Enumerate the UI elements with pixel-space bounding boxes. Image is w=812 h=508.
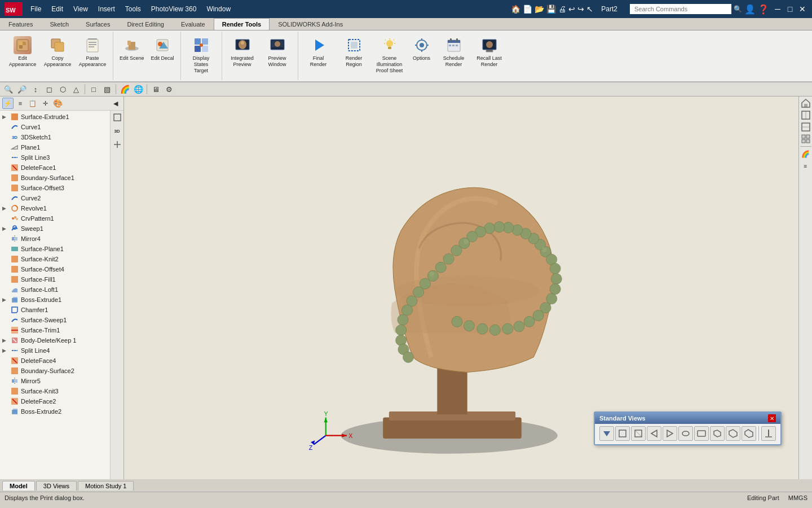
menu-tools[interactable]: Tools	[121, 3, 145, 15]
tree-item-surface-offset4[interactable]: Surface-Offset4	[0, 264, 110, 274]
quick-access-undo[interactable]: ↩	[568, 5, 575, 14]
view-btn-6[interactable]: △	[70, 83, 82, 95]
menu-file[interactable]: File	[26, 3, 46, 15]
panel-btn-list[interactable]: ≡	[15, 98, 26, 109]
right-btn-home[interactable]	[800, 98, 811, 109]
tree-item-crvpattern1[interactable]: CrvPattern1	[0, 213, 110, 224]
search-input[interactable]	[630, 4, 731, 14]
right-btn-settings[interactable]: ≡	[800, 160, 811, 172]
view-btn-display[interactable]: □	[87, 83, 100, 95]
copy-appearance-button[interactable]: Copy Appearance	[41, 34, 74, 70]
panel-right-btn-1[interactable]	[112, 112, 123, 123]
panel-right-btn-2[interactable]	[112, 139, 123, 150]
view-btn-4[interactable]: ◻	[43, 83, 55, 95]
tree-item-plane1[interactable]: Plane1	[0, 142, 110, 152]
options-button[interactable]: Options	[408, 34, 435, 64]
tab-solidworks-addins[interactable]: SOLIDWORKS Add-Ins	[270, 18, 351, 30]
edit-scene-button[interactable]: Edit Scene	[117, 34, 147, 64]
recall-last-render-button[interactable]: Recall Last Render	[473, 34, 506, 70]
tab-direct-editing[interactable]: Direct Editing	[118, 18, 172, 30]
tab-motion-study[interactable]: Motion Study 1	[78, 481, 134, 491]
tab-features[interactable]: Features	[0, 18, 41, 30]
tree-item-3dsketch1[interactable]: 3D 3DSketch1	[0, 132, 110, 142]
tree-item-surface-loft1[interactable]: Surface-Loft1	[0, 284, 110, 295]
tab-model[interactable]: Model	[2, 481, 35, 491]
final-render-button[interactable]: Final Render	[302, 34, 336, 70]
menu-edit[interactable]: Edit	[47, 3, 68, 15]
tree-item-surface-fill1[interactable]: Surface-Fill1	[0, 274, 110, 284]
panel-right-btn-3d[interactable]: 3D	[112, 125, 123, 137]
tree-item-boss-extrude2[interactable]: Boss-Extrude2	[0, 406, 110, 417]
tab-sketch[interactable]: Sketch	[41, 18, 77, 30]
tab-evaluate[interactable]: Evaluate	[173, 18, 214, 30]
tree-item-curve1[interactable]: Curve1	[0, 122, 110, 132]
standard-views-close-button[interactable]: ✕	[768, 414, 776, 422]
panel-btn-add[interactable]: ✛	[39, 98, 51, 109]
tree-item-surface-trim1[interactable]: Surface-Trim1	[0, 325, 110, 335]
tree-item-surface-knit3[interactable]: Surface-Knit3	[0, 386, 110, 396]
tree-item-split-line3[interactable]: Split Line3	[0, 152, 110, 163]
tab-render-tools[interactable]: Render Tools	[214, 18, 270, 30]
view-btn-3[interactable]: ↕	[29, 83, 42, 95]
preview-window-button[interactable]: Preview Window	[261, 34, 294, 70]
tree-item-boundary-surface1[interactable]: Boundary-Surface1	[0, 173, 110, 183]
panel-btn-color[interactable]: 🎨	[52, 98, 63, 109]
sv-btn-top[interactable]	[678, 426, 693, 441]
sv-btn-back[interactable]	[631, 426, 646, 441]
sv-btn-down[interactable]	[599, 426, 614, 441]
tree-item-curve2[interactable]: Curve2	[0, 193, 110, 203]
maximize-button[interactable]: □	[785, 4, 795, 14]
sv-btn-normal[interactable]	[761, 426, 776, 441]
quick-access-print[interactable]: 🖨	[558, 5, 566, 14]
paste-appearance-button[interactable]: Paste Appearance	[76, 34, 109, 70]
menu-photoview[interactable]: PhotoView 360	[147, 3, 201, 15]
right-btn-view3[interactable]	[800, 133, 811, 144]
sv-btn-trimetric[interactable]	[742, 426, 756, 441]
sv-btn-right[interactable]	[663, 426, 677, 441]
edit-appearance-button[interactable]: Edit Appearance	[6, 34, 39, 70]
edit-decal-button[interactable]: Edit Decal	[148, 34, 177, 64]
view-btn-monitor[interactable]: 🖥	[149, 83, 162, 95]
sv-btn-iso[interactable]	[710, 426, 725, 441]
integrated-preview-button[interactable]: Integrated Preview	[226, 34, 259, 70]
view-btn-1[interactable]: 🔍	[2, 83, 15, 95]
panel-btn-properties[interactable]: 📋	[27, 98, 38, 109]
tree-item-deleteface4[interactable]: DeleteFace4	[0, 356, 110, 366]
quick-access-save[interactable]: 💾	[546, 5, 556, 14]
tree-item-surface-offset3[interactable]: Surface-Offset3	[0, 183, 110, 193]
sv-btn-front[interactable]	[615, 426, 630, 441]
menu-window[interactable]: Window	[202, 3, 235, 15]
tree-item-boss-extrude1[interactable]: ▶ Boss-Extrude1	[0, 295, 110, 305]
view-btn-section[interactable]: ▧	[101, 83, 113, 95]
menu-insert[interactable]: Insert	[94, 3, 120, 15]
tree-item-boundary-surface2[interactable]: Boundary-Surface2	[0, 366, 110, 376]
quick-access-home[interactable]: 🏠	[511, 5, 520, 14]
help-icon[interactable]: ❓	[758, 4, 769, 15]
quick-access-open[interactable]: 📂	[535, 5, 544, 14]
tree-item-chamfer1[interactable]: Chamfer1	[0, 305, 110, 315]
view-btn-settings[interactable]: ⚙	[163, 83, 175, 95]
tree-item-surface-extrude1[interactable]: ▶ Surface-Extrude1	[0, 112, 110, 122]
tree-item-surface-plane1[interactable]: Surface-Plane1	[0, 244, 110, 254]
render-region-button[interactable]: Render Region	[337, 34, 371, 70]
scene-illumination-button[interactable]: Scene Illumination Proof Sheet	[373, 34, 407, 76]
close-button[interactable]: ✕	[797, 4, 807, 14]
schedule-render-button[interactable]: Schedule Render	[437, 34, 471, 70]
view-btn-5[interactable]: ⬡	[56, 83, 69, 95]
sv-btn-dimetric[interactable]	[726, 426, 740, 441]
right-btn-view2[interactable]	[800, 121, 811, 133]
tree-item-surface-sweep1[interactable]: Surface-Sweep1	[0, 315, 110, 325]
right-btn-view1[interactable]	[800, 110, 811, 121]
tree-item-revolve1[interactable]: ▶ Revolve1	[0, 203, 110, 213]
tab-surfaces[interactable]: Surfaces	[77, 18, 118, 30]
tree-item-deleteface2[interactable]: DeleteFace2	[0, 396, 110, 406]
tree-item-deleteface1[interactable]: DeleteFace1	[0, 163, 110, 173]
minimize-button[interactable]: ─	[773, 4, 783, 14]
quick-access-pointer[interactable]: ↖	[586, 5, 593, 14]
sv-btn-bottom[interactable]	[694, 426, 709, 441]
right-btn-color[interactable]: 🌈	[800, 148, 811, 160]
panel-collapse-btn[interactable]: ◀	[110, 98, 121, 109]
tree-item-surface-knit2[interactable]: Surface-Knit2	[0, 254, 110, 264]
tree-item-body-delete1[interactable]: ▶ Body-Delete/Keep 1	[0, 335, 110, 345]
sv-btn-left[interactable]	[647, 426, 661, 441]
